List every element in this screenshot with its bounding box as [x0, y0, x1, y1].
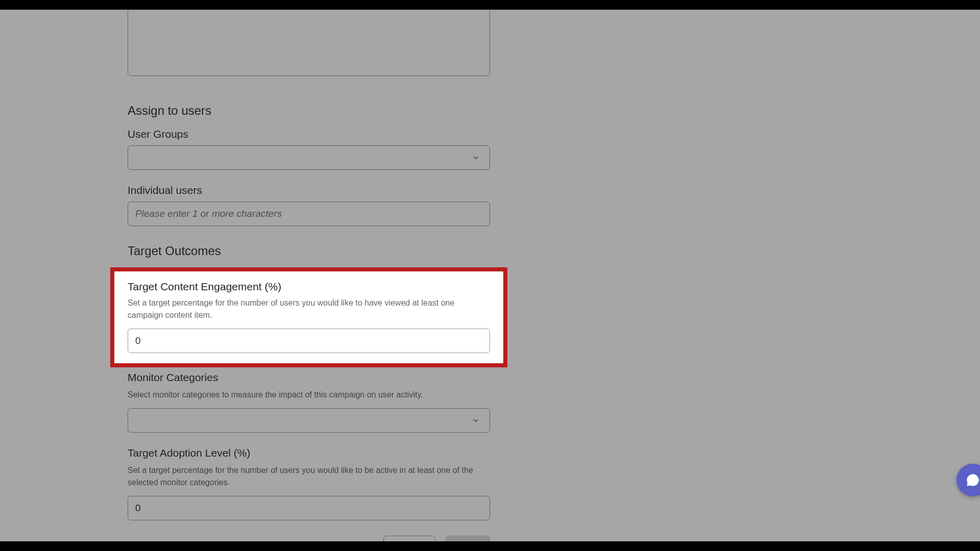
user-groups-field: User Groups	[128, 128, 490, 170]
content-engagement-description: Set a target percentage for the number o…	[128, 297, 490, 321]
user-groups-select[interactable]	[128, 145, 490, 170]
adoption-level-label: Target Adoption Level (%)	[128, 447, 490, 459]
chat-icon	[966, 473, 980, 487]
individual-users-field: Individual users	[128, 184, 490, 226]
monitor-categories-select[interactable]	[128, 408, 490, 433]
monitor-categories-label: Monitor Categories	[128, 371, 490, 384]
letterbox-bottom	[0, 541, 980, 551]
individual-users-label: Individual users	[128, 184, 490, 196]
user-groups-label: User Groups	[128, 128, 490, 140]
content-engagement-label: Target Content Engagement (%)	[128, 281, 490, 293]
chevron-down-icon	[471, 416, 480, 425]
assign-users-heading: Assign to users	[128, 104, 490, 118]
adoption-level-description: Set a target percentage for the number o…	[128, 464, 490, 489]
content-engagement-input[interactable]	[128, 329, 490, 353]
individual-users-input[interactable]	[128, 202, 490, 226]
description-textarea[interactable]	[128, 0, 490, 76]
adoption-level-field: Target Adoption Level (%) Set a target p…	[128, 447, 490, 520]
content-engagement-highlight: Target Content Engagement (%) Set a targ…	[110, 267, 507, 367]
adoption-level-input[interactable]	[128, 496, 490, 520]
monitor-categories-description: Select monitor categories to measure the…	[128, 389, 490, 401]
highlight-container: Target Content Engagement (%) Set a targ…	[128, 267, 490, 367]
help-fab-button[interactable]	[957, 464, 980, 496]
target-outcomes-heading: Target Outcomes	[128, 244, 490, 258]
monitor-categories-field: Monitor Categories Select monitor catego…	[128, 371, 490, 433]
content-wrapper: Assign to users User Groups Individual u…	[0, 10, 980, 541]
letterbox-top	[0, 0, 980, 10]
chevron-down-icon	[471, 153, 480, 162]
form-container: Assign to users User Groups Individual u…	[128, 0, 490, 551]
